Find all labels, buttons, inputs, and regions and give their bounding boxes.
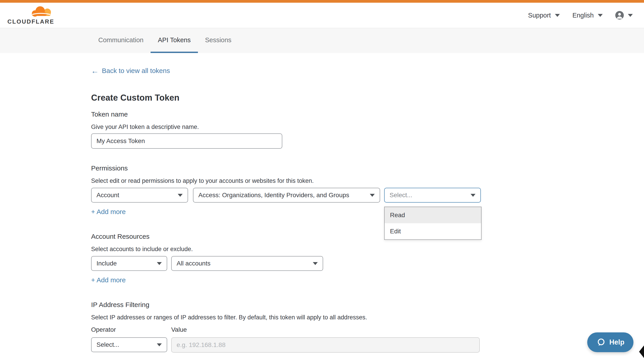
cloudflare-logo[interactable]: CLOUDFLARE — [8, 5, 52, 26]
token-name-description: Give your API token a descriptive name. — [91, 124, 199, 131]
permission-resource-value: Access: Organizations, Identity Provider… — [198, 192, 349, 199]
language-menu-label: English — [572, 12, 594, 19]
account-resources-mode-select[interactable]: Include — [91, 256, 167, 271]
back-arrow-icon: ← — [91, 67, 99, 75]
ip-filtering-description: Select IP addresses or ranges of IP addr… — [91, 314, 367, 321]
permissions-add-more-link[interactable]: + Add more — [91, 208, 126, 216]
tab-api-tokens[interactable]: API Tokens — [150, 28, 198, 53]
support-menu-label: Support — [528, 12, 551, 19]
tab-communication[interactable]: Communication — [91, 28, 150, 53]
ip-operator-select[interactable]: Select... — [91, 337, 167, 352]
chevron-down-icon — [157, 343, 162, 346]
permission-resource-select[interactable]: Access: Organizations, Identity Provider… — [193, 188, 380, 203]
permission-level-select[interactable]: Select... — [384, 188, 481, 203]
menu-option-read[interactable]: Read — [384, 207, 481, 223]
account-resources-mode-value: Include — [96, 260, 117, 267]
ip-value-input[interactable] — [171, 337, 480, 352]
permission-level-placeholder: Select... — [390, 192, 412, 199]
permission-scope-select[interactable]: Account — [91, 188, 188, 203]
chevron-down-icon — [178, 194, 183, 197]
language-menu[interactable]: English — [572, 12, 603, 19]
account-resources-heading: Account Resources — [91, 233, 150, 240]
tab-sessions[interactable]: Sessions — [198, 28, 239, 53]
brand-top-strip — [0, 0, 644, 3]
header: CLOUDFLARE Support English — [0, 3, 644, 28]
value-label: Value — [171, 326, 187, 333]
cloudflare-wordmark: CLOUDFLARE — [8, 18, 52, 25]
permissions-description: Select edit or read permissions to apply… — [91, 177, 314, 184]
tab-bar: Communication API Tokens Sessions — [0, 28, 644, 53]
cloudflare-cloud-icon — [30, 6, 52, 18]
chevron-down-icon — [470, 194, 476, 197]
account-resources-target-value: All accounts — [176, 260, 210, 267]
chevron-down-icon — [598, 14, 603, 17]
mouse-cursor — [639, 345, 644, 358]
back-to-tokens-link[interactable]: ← Back to view all tokens — [91, 67, 170, 75]
ip-filtering-heading: IP Address Filtering — [91, 301, 150, 308]
permission-scope-value: Account — [96, 192, 119, 199]
header-right: Support English — [528, 3, 633, 28]
token-name-heading: Token name — [91, 111, 128, 118]
chevron-down-icon — [370, 194, 375, 197]
token-name-input[interactable] — [91, 133, 282, 149]
account-resources-target-select[interactable]: All accounts — [171, 256, 323, 271]
help-button-label: Help — [609, 338, 624, 346]
back-link-label: Back to view all tokens — [102, 67, 170, 75]
chevron-down-icon — [313, 262, 318, 265]
chevron-down-icon — [157, 262, 162, 265]
account-menu[interactable] — [615, 11, 633, 20]
operator-label: Operator — [91, 326, 116, 333]
account-resources-add-more-link[interactable]: + Add more — [91, 276, 126, 284]
chat-bubble-icon — [596, 337, 606, 347]
menu-option-edit[interactable]: Edit — [384, 223, 481, 239]
account-resources-description: Select accounts to include or exclude. — [91, 246, 193, 253]
user-avatar-icon — [615, 11, 624, 20]
permissions-heading: Permissions — [91, 164, 128, 172]
page-title: Create Custom Token — [91, 93, 180, 103]
ip-operator-placeholder: Select... — [96, 341, 119, 348]
chevron-down-icon — [555, 14, 560, 17]
support-menu[interactable]: Support — [528, 12, 560, 19]
help-button[interactable]: Help — [587, 332, 634, 352]
chevron-down-icon — [628, 14, 633, 17]
permission-level-menu: Read Edit — [384, 207, 482, 240]
